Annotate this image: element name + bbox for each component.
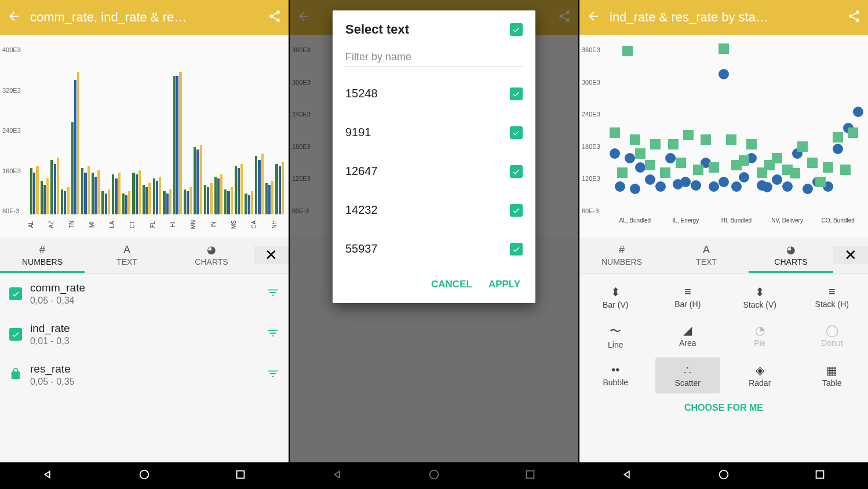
bar: [118, 173, 121, 215]
chart-type-scatter[interactable]: ∴Scatter: [655, 357, 721, 393]
bar: [220, 174, 223, 214]
filter-icon[interactable]: [267, 327, 279, 342]
nav-home-icon[interactable]: [428, 468, 440, 483]
nav-home-icon[interactable]: [717, 468, 730, 483]
bar-group: [101, 46, 110, 214]
chart-icon: ◕: [749, 243, 833, 256]
nav-recent-icon[interactable]: [524, 468, 537, 483]
option-checkbox[interactable]: [510, 243, 523, 256]
bar-group: [275, 46, 284, 214]
tab-text[interactable]: A TEXT: [664, 238, 749, 273]
chart-type-area[interactable]: ◢Area: [655, 318, 721, 355]
hash-icon: #: [0, 244, 85, 256]
scatter-point: [762, 182, 772, 192]
tab-charts[interactable]: ◕ CHARTS: [749, 238, 833, 273]
nav-recent-icon[interactable]: [814, 468, 826, 483]
tab-label: CHARTS: [195, 257, 228, 267]
nav-recent-icon[interactable]: [234, 468, 247, 483]
x-axis: ALAZTNMILACTFLHIMNINMSCANH: [30, 217, 284, 232]
close-panel-button[interactable]: ✕: [833, 246, 868, 264]
field-row[interactable]: comm_rate0,05 - 0,34: [0, 273, 289, 314]
bar-chart[interactable]: 400E3320E3240E3160E380E-3 ALAZTNMILACTFL…: [0, 35, 289, 238]
chart-type-bubble[interactable]: ••Bubble: [583, 357, 648, 393]
bar: [245, 194, 247, 214]
bars-container: [30, 46, 284, 214]
bar: [33, 173, 35, 215]
nav-back-icon[interactable]: [621, 468, 634, 483]
scatter-chart[interactable]: 360E3300E3240E3180E3120E360E-3 AL, Bundl…: [579, 35, 868, 238]
svg-rect-5: [816, 471, 824, 479]
option-row[interactable]: 14232: [345, 191, 523, 229]
svg-rect-3: [527, 471, 534, 479]
scatter-point: [739, 172, 749, 183]
tab-numbers[interactable]: # NUMBERS: [579, 238, 664, 273]
bar-group: [122, 46, 131, 214]
option-checkbox[interactable]: [510, 204, 523, 217]
y-tick: 300E3: [292, 79, 318, 86]
y-tick: 160E3: [2, 167, 28, 174]
chart-type-label: Area: [679, 338, 696, 348]
field-name: comm_rate: [30, 282, 258, 294]
nav-back-icon[interactable]: [42, 468, 54, 483]
bar-group: [92, 46, 100, 214]
option-checkbox[interactable]: [510, 126, 523, 139]
share-icon[interactable]: [847, 9, 861, 25]
bar: [87, 166, 90, 214]
share-icon[interactable]: [557, 9, 571, 25]
page-title: comm_rate, ind_rate & re…: [30, 10, 258, 25]
select-all-checkbox[interactable]: [510, 23, 523, 36]
tab-numbers[interactable]: # NUMBERS: [0, 238, 85, 273]
choose-for-me-button[interactable]: CHOOSE FOR ME: [579, 395, 868, 421]
option-value: 9191: [345, 126, 371, 139]
bar: [122, 194, 125, 214]
panel-tabs: # NUMBERS A TEXT ◕ CHARTS ✕: [579, 238, 868, 273]
chart-type-table[interactable]: ▦Table: [800, 357, 865, 393]
option-row[interactable]: 55937: [345, 229, 523, 268]
chart-type-stackv[interactable]: ⬍Stack (V): [727, 279, 793, 315]
bar-group: [214, 46, 223, 214]
cancel-button[interactable]: CANCEL: [431, 279, 472, 290]
bar-h-icon: ≡: [658, 285, 719, 298]
bar-group: [204, 46, 213, 214]
chart-type-barv[interactable]: ⬍Bar (V): [583, 279, 648, 315]
y-tick: 60E-3: [582, 207, 608, 214]
filter-icon[interactable]: [267, 367, 279, 382]
tab-charts[interactable]: ◕ CHARTS: [169, 238, 254, 273]
field-row[interactable]: res_rate0,05 - 0,35: [0, 355, 289, 395]
y-tick: 80E-3: [2, 207, 28, 214]
bar: [169, 189, 172, 215]
bar: [207, 187, 209, 214]
numbers-field-list[interactable]: comm_rate0,05 - 0,34ind_rate0,01 - 0,3re…: [0, 273, 289, 462]
chart-type-radar[interactable]: ◈Radar: [727, 357, 793, 393]
bubble-icon: ••: [585, 363, 646, 377]
share-icon[interactable]: [268, 9, 282, 25]
nav-back-icon[interactable]: [331, 468, 344, 483]
option-checkbox[interactable]: [510, 165, 523, 178]
tab-text[interactable]: A TEXT: [85, 238, 169, 273]
field-checkbox[interactable]: [9, 328, 22, 341]
bar: [74, 80, 76, 214]
chart-type-barh[interactable]: ≡Bar (H): [655, 279, 721, 315]
bar: [46, 178, 49, 214]
field-row[interactable]: ind_rate0,01 - 0,3: [0, 314, 289, 355]
chart-type-stackh[interactable]: ≡Stack (H): [800, 279, 865, 315]
field-checkbox[interactable]: [9, 287, 22, 300]
field-range: 0,01 - 0,3: [30, 336, 258, 346]
pie-icon: ◔: [730, 323, 790, 337]
bar-group: [255, 46, 264, 214]
filter-input[interactable]: [345, 48, 523, 67]
back-icon[interactable]: [7, 9, 21, 25]
option-checkbox[interactable]: [510, 87, 523, 100]
nav-home-icon[interactable]: [138, 468, 151, 483]
option-row[interactable]: 15248: [345, 74, 523, 113]
option-row[interactable]: 9191: [345, 113, 523, 152]
option-list[interactable]: 152489191126471423255937: [345, 74, 523, 268]
chart-type-line[interactable]: 〜Line: [583, 318, 648, 355]
close-panel-button[interactable]: ✕: [254, 246, 289, 264]
apply-button[interactable]: APPLY: [488, 279, 520, 290]
option-row[interactable]: 12647: [345, 152, 523, 191]
filter-icon[interactable]: [267, 286, 279, 301]
bar: [30, 168, 32, 214]
back-icon[interactable]: [297, 9, 311, 25]
back-icon[interactable]: [586, 9, 600, 25]
